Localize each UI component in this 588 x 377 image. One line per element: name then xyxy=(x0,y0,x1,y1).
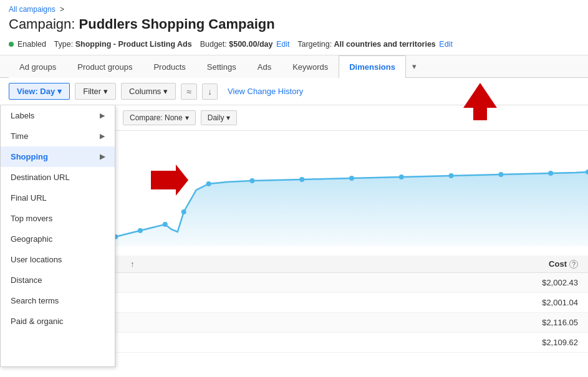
campaign-title-prefix: Campaign: xyxy=(9,16,75,32)
tab-dimensions[interactable]: Dimensions xyxy=(339,55,406,78)
tabs-row: Ad groups Product groups Products Settin… xyxy=(0,55,588,78)
svg-marker-0 xyxy=(463,83,497,120)
svg-point-11 xyxy=(449,173,454,178)
svg-point-6 xyxy=(206,181,211,186)
menu-item-paid-organic[interactable]: Paid & organic xyxy=(1,311,115,332)
svg-point-12 xyxy=(498,172,503,177)
chart-area: Compare: None ▾ Daily ▾ xyxy=(115,105,588,367)
menu-item-final-url[interactable]: Final URL xyxy=(1,188,115,208)
data-table: ↑ Cost ? $2,002.43 $2,001.04 $2,116.05 $… xyxy=(115,255,588,353)
tab-products[interactable]: Products xyxy=(143,55,196,78)
tab-keywords[interactable]: Keywords xyxy=(282,55,339,78)
meta-row: Enabled Type: Shopping - Product Listing… xyxy=(0,37,588,55)
tab-settings[interactable]: Settings xyxy=(196,55,247,78)
svg-marker-1 xyxy=(151,165,188,196)
download-icon[interactable]: ↓ xyxy=(202,84,218,100)
menu-item-distance[interactable]: Distance xyxy=(1,270,115,290)
tab-ads[interactable]: Ads xyxy=(247,55,282,78)
breadcrumb-separator: > xyxy=(60,5,64,14)
row-3-cost: $2,116.05 xyxy=(542,318,578,327)
red-arrow-right-indicator xyxy=(151,165,188,198)
table-row: $2,002.43 xyxy=(115,273,588,293)
cost-column-header: Cost ? xyxy=(549,259,578,269)
menu-item-labels[interactable]: Labels ▶ xyxy=(1,105,115,126)
svg-point-9 xyxy=(349,176,354,181)
status-dot xyxy=(9,42,14,47)
chart-icon[interactable]: ≈ xyxy=(181,84,197,100)
menu-item-destination-url[interactable]: Destination URL xyxy=(1,167,115,188)
targeting-label: Targeting: All countries and territories… xyxy=(293,40,452,49)
menu-item-user-locations[interactable]: User locations xyxy=(1,249,115,270)
columns-button[interactable]: Columns ▾ xyxy=(121,83,176,100)
tab-ad-groups[interactable]: Ad groups xyxy=(9,55,67,78)
budget-edit-link[interactable]: Edit xyxy=(276,40,290,49)
tab-product-groups[interactable]: Product groups xyxy=(67,55,143,78)
menu-item-search-terms[interactable]: Search terms xyxy=(1,290,115,311)
breadcrumb: All campaigns > xyxy=(0,0,588,15)
row-1-cost: $2,002.43 xyxy=(542,278,578,287)
targeting-edit-link[interactable]: Edit xyxy=(439,40,453,49)
view-change-history-link[interactable]: View Change History xyxy=(228,87,303,96)
time-arrow-icon: ▶ xyxy=(100,132,105,140)
sub-toolbar: Compare: None ▾ Daily ▾ xyxy=(115,105,588,131)
menu-item-time[interactable]: Time ▶ xyxy=(1,126,115,146)
menu-item-top-movers[interactable]: Top movers xyxy=(1,208,115,229)
svg-point-4 xyxy=(163,222,168,227)
status-label: Enabled xyxy=(17,40,46,49)
type-label: Type: Shopping - Product Listing Ads xyxy=(50,40,192,49)
daily-button[interactable]: Daily ▾ xyxy=(201,110,238,125)
table-header: ↑ Cost ? xyxy=(115,255,588,273)
menu-item-geographic[interactable]: Geographic xyxy=(1,229,115,249)
svg-point-3 xyxy=(138,228,143,233)
tabs-more-arrow[interactable]: ▾ xyxy=(406,57,423,76)
table-row: $2,001.04 xyxy=(115,293,588,313)
row-4-cost: $2,109.62 xyxy=(542,338,578,347)
campaign-title: Campaign: Puddlers Shopping Campaign xyxy=(0,15,588,37)
svg-point-8 xyxy=(299,177,304,182)
row-2-cost: $2,001.04 xyxy=(542,298,578,307)
compare-none-button[interactable]: Compare: None ▾ xyxy=(123,110,196,125)
budget-label: Budget: $500.00/day Edit xyxy=(196,40,290,49)
dimensions-dropdown-menu: Labels ▶ Time ▶ Shopping ▶ Destination U… xyxy=(0,105,115,367)
main-content: Labels ▶ Time ▶ Shopping ▶ Destination U… xyxy=(0,105,588,367)
toolbar: View: Day ▾ Filter ▾ Columns ▾ ≈ ↓ View … xyxy=(0,78,588,105)
view-day-button[interactable]: View: Day ▾ xyxy=(9,83,70,100)
table-row: $2,109.62 xyxy=(115,333,588,353)
campaign-name: Puddlers Shopping Campaign xyxy=(79,16,275,32)
red-arrow-up-indicator xyxy=(463,83,498,122)
cost-help-icon[interactable]: ? xyxy=(569,260,578,269)
labels-arrow-icon: ▶ xyxy=(100,112,105,120)
svg-point-5 xyxy=(181,209,186,214)
all-campaigns-link[interactable]: All campaigns xyxy=(9,5,55,14)
table-row: $2,116.05 xyxy=(115,313,588,333)
svg-point-10 xyxy=(399,174,404,179)
menu-item-shopping[interactable]: Shopping ▶ xyxy=(1,146,115,167)
svg-point-7 xyxy=(249,178,254,183)
filter-button[interactable]: Filter ▾ xyxy=(75,83,116,100)
shopping-arrow-icon: ▶ xyxy=(100,153,105,161)
svg-point-13 xyxy=(548,171,553,176)
sort-up-icon[interactable]: ↑ xyxy=(125,259,135,269)
